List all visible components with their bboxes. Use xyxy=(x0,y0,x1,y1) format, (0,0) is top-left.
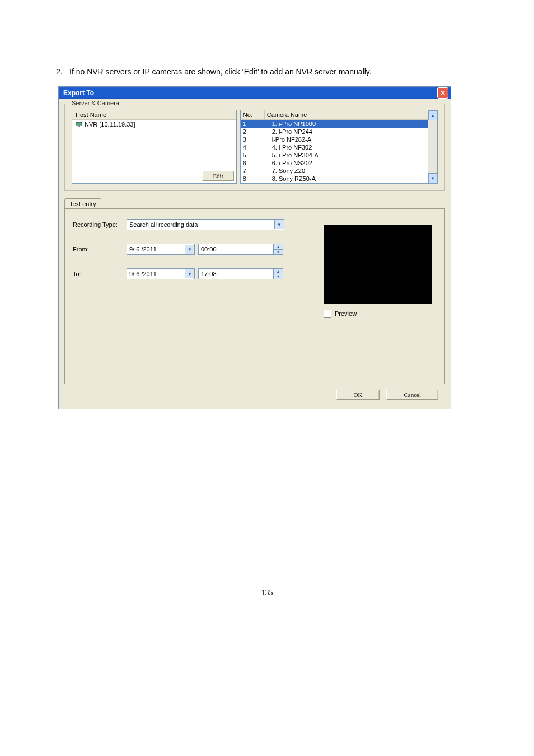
from-time-value: 00:00 xyxy=(199,244,273,254)
camera-row-name: i-Pro NF282-A xyxy=(264,136,428,143)
instruction-number: 2. xyxy=(56,67,69,76)
instruction-text: If no NVR servers or IP cameras are show… xyxy=(69,67,372,76)
preview-checkbox[interactable] xyxy=(324,310,331,318)
from-time-spinner[interactable]: 00:00 ▲ ▼ xyxy=(198,244,283,255)
camera-list-header: No. Camera Name xyxy=(241,110,428,120)
camera-row[interactable]: 77. Sony Z20 xyxy=(241,167,428,175)
close-button[interactable]: ✕ xyxy=(437,87,448,99)
host-list-header: Host Name xyxy=(72,110,236,120)
host-item-nvr[interactable]: NVR [10.11.19.33] xyxy=(72,120,236,129)
camera-row-no: 9 xyxy=(241,183,264,183)
spin-up-icon[interactable]: ▲ xyxy=(274,244,283,250)
to-date-value: 9/ 6 /2011 xyxy=(127,270,185,277)
recording-type-select[interactable]: Search all recording data ▼ xyxy=(127,219,284,230)
camera-row-no: 2 xyxy=(241,128,264,136)
camera-row-no: 4 xyxy=(241,143,264,151)
cancel-button[interactable]: Cancel xyxy=(386,390,438,400)
server-icon xyxy=(76,121,82,128)
recording-type-label: Recording Type: xyxy=(73,221,127,228)
host-list[interactable]: Host Name NVR [10.11.19.33] Edit xyxy=(72,110,237,184)
camera-row[interactable]: 3i-Pro NF282-A xyxy=(241,136,428,143)
camera-row-name: 6. i-Pro NS202 xyxy=(264,159,428,167)
camera-row-name: 2. i-Pro NP244 xyxy=(264,128,428,136)
camera-list[interactable]: No. Camera Name 11. i-Pro NP100022. i-Pr… xyxy=(240,110,438,184)
to-time-value: 17:08 xyxy=(199,269,273,279)
camera-row[interactable]: 44. i-Pro NF302 xyxy=(241,143,428,151)
camera-row-no: 3 xyxy=(241,136,264,143)
preview-label: Preview xyxy=(335,310,357,317)
camera-col-name: Camera Name xyxy=(265,110,428,119)
host-item-label: NVR [10.11.19.33] xyxy=(85,121,135,128)
close-icon: ✕ xyxy=(440,90,446,96)
export-dialog: Export To ✕ Server & Camera Host Name xyxy=(58,86,451,409)
scroll-up-icon[interactable]: ▲ xyxy=(428,110,437,120)
camera-row[interactable]: 99. Sony DF50 xyxy=(241,183,428,183)
group-legend: Server & Camera xyxy=(69,100,121,106)
camera-row-no: 6 xyxy=(241,159,264,167)
ok-button[interactable]: OK xyxy=(336,390,380,400)
preview-checkbox-row[interactable]: Preview xyxy=(324,310,431,318)
camera-row-name: 4. i-Pro NF302 xyxy=(264,143,428,151)
titlebar[interactable]: Export To ✕ xyxy=(59,87,451,99)
from-label: From: xyxy=(73,246,127,253)
window-title: Export To xyxy=(63,89,94,97)
camera-row-no: 5 xyxy=(241,151,264,159)
camera-row-no: 1 xyxy=(241,120,264,128)
chevron-down-icon[interactable]: ▼ xyxy=(274,220,284,229)
camera-row-name: 8. Sony RZ50-A xyxy=(264,175,428,183)
to-date-picker[interactable]: 9/ 6 /2011 ▼ xyxy=(127,268,195,279)
server-camera-group: Server & Camera Host Name NVR [10.11.19.… xyxy=(64,104,445,191)
camera-row[interactable]: 66. i-Pro NS202 xyxy=(241,159,428,167)
camera-row-name: 1. i-Pro NP1000 xyxy=(264,120,428,128)
camera-row[interactable]: 55. i-Pro NP304-A xyxy=(241,151,428,159)
camera-row-name: 5. i-Pro NP304-A xyxy=(264,151,428,159)
edit-button[interactable]: Edit xyxy=(202,171,233,181)
camera-row[interactable]: 22. i-Pro NP244 xyxy=(241,128,428,136)
page-number: 135 xyxy=(34,589,500,598)
camera-row-no: 8 xyxy=(241,175,264,183)
tab-panel: Recording Type: Search all recording dat… xyxy=(64,208,445,384)
camera-row[interactable]: 88. Sony RZ50-A xyxy=(241,175,428,183)
instruction-line: 2. If no NVR servers or IP cameras are s… xyxy=(56,67,500,76)
svg-rect-1 xyxy=(78,125,80,127)
scroll-down-icon[interactable]: ▼ xyxy=(428,173,437,183)
spin-down-icon[interactable]: ▼ xyxy=(274,250,283,255)
svg-rect-0 xyxy=(76,122,82,125)
camera-scrollbar[interactable]: ▲ ▼ xyxy=(428,110,437,183)
to-time-spinner[interactable]: 17:08 ▲ ▼ xyxy=(198,268,283,279)
spin-down-icon[interactable]: ▼ xyxy=(274,274,283,279)
camera-row-name: 9. Sony DF50 xyxy=(264,183,428,183)
to-label: To: xyxy=(73,270,127,277)
recording-type-value: Search all recording data xyxy=(127,221,274,228)
from-date-picker[interactable]: 9/ 6 /2011 ▼ xyxy=(127,244,195,255)
tab-text-entry[interactable]: Text entry xyxy=(64,198,101,209)
camera-row[interactable]: 11. i-Pro NP1000 xyxy=(241,120,428,128)
from-date-value: 9/ 6 /2011 xyxy=(127,246,185,253)
chevron-down-icon[interactable]: ▼ xyxy=(185,245,194,254)
camera-row-no: 7 xyxy=(241,167,264,175)
spin-up-icon[interactable]: ▲ xyxy=(274,269,283,274)
camera-row-name: 7. Sony Z20 xyxy=(264,167,428,175)
camera-col-no: No. xyxy=(241,110,265,119)
preview-box xyxy=(324,225,432,304)
chevron-down-icon[interactable]: ▼ xyxy=(185,269,194,278)
